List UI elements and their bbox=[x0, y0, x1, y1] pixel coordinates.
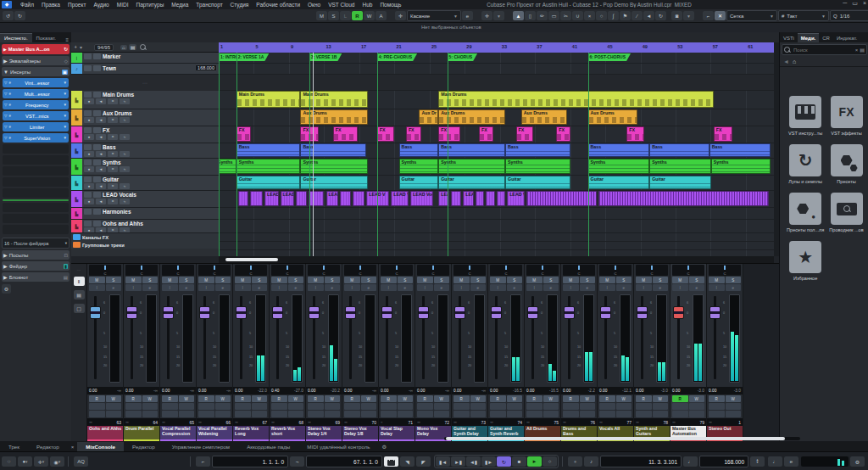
record-enable-icon[interactable]: ● bbox=[84, 151, 94, 157]
eq-state-button[interactable] bbox=[288, 403, 304, 410]
clip-lane[interactable]: BassBassBassBassBassBassBassBass bbox=[219, 143, 774, 159]
mute-button[interactable]: M bbox=[636, 277, 652, 283]
audio-clip[interactable]: FX bbox=[714, 126, 732, 142]
peak-value[interactable]: -∞ bbox=[226, 389, 231, 393]
audio-clip[interactable] bbox=[353, 191, 365, 206]
send-state-button[interactable] bbox=[636, 411, 652, 417]
audio-clip[interactable]: Bass bbox=[588, 143, 650, 157]
divider-lane[interactable] bbox=[219, 75, 774, 91]
peak-value[interactable]: -22.0 bbox=[258, 389, 267, 393]
eq-state-button[interactable] bbox=[507, 403, 523, 410]
fader-cap[interactable] bbox=[199, 306, 210, 319]
read-automation-button[interactable]: R bbox=[709, 395, 725, 402]
insert-state-button[interactable] bbox=[308, 403, 324, 410]
track-row[interactable]: ▙Oohs and Ahhs●◄=≈ bbox=[71, 220, 219, 233]
fader-cap[interactable] bbox=[126, 306, 137, 319]
mixer-hscrollbar[interactable] bbox=[444, 437, 800, 440]
record-enable-icon[interactable]: ● bbox=[84, 98, 94, 104]
insert-state-button[interactable] bbox=[417, 403, 433, 410]
send-state-button[interactable] bbox=[198, 411, 214, 417]
cue-state-button[interactable] bbox=[215, 411, 231, 417]
send-state-button[interactable] bbox=[709, 411, 725, 417]
fader-db-value[interactable]: 0.40 bbox=[271, 389, 279, 393]
clip-lane[interactable]: FXFXFXFXFXFXFXFXFXFXFX bbox=[219, 126, 774, 143]
read-automation-button[interactable]: R bbox=[381, 395, 397, 402]
freeze-icon[interactable]: ≈ bbox=[120, 151, 130, 157]
track-list-divider[interactable]: ⋯ bbox=[71, 75, 219, 91]
fader-cap[interactable] bbox=[381, 306, 392, 319]
audio-clip[interactable]: Bass bbox=[236, 143, 301, 157]
arrangement-area[interactable]: 1: INTRO2: VERSE 1A3: VERSE 1B4: PRE-CHO… bbox=[219, 53, 774, 256]
mute-button[interactable] bbox=[84, 221, 92, 227]
audio-clip[interactable]: FX bbox=[377, 126, 395, 142]
send-state-button[interactable] bbox=[162, 411, 178, 417]
channel-name[interactable]: Reverb Vox short bbox=[270, 426, 305, 442]
inspector-track-button[interactable]: ▶ Master Bus A...on ↻ bbox=[2, 44, 70, 54]
bypass-icon[interactable]: ▽ bbox=[4, 103, 7, 107]
mute-tool[interactable]: × bbox=[584, 11, 595, 20]
peak-value[interactable]: -3.0 bbox=[698, 389, 704, 393]
write-automation-button[interactable]: W bbox=[507, 395, 523, 402]
audio-clip[interactable]: Bass bbox=[438, 143, 505, 157]
mute-button[interactable]: M bbox=[89, 277, 105, 283]
fader-cap[interactable] bbox=[309, 306, 320, 319]
fader-db-value[interactable]: 0.00 bbox=[198, 389, 206, 393]
monitor-icon[interactable]: ◄ bbox=[96, 199, 106, 204]
pan-control[interactable]: C bbox=[271, 265, 303, 276]
record-enable-icon[interactable]: ● bbox=[84, 227, 94, 232]
menu-item[interactable]: Студия bbox=[227, 0, 253, 9]
fader-db-value[interactable]: 0.00 bbox=[125, 389, 133, 393]
audio-clip[interactable]: Synths bbox=[588, 159, 650, 174]
channel-strip[interactable]: CMSle6051015200.00-22.0RW○○67Reverb Vox … bbox=[233, 264, 270, 442]
insert-slot[interactable]: ▽eMult...essor▼ bbox=[3, 89, 69, 98]
track-row[interactable]: ▙Synths●◄=≈ bbox=[71, 159, 219, 176]
pan-control[interactable]: C bbox=[490, 265, 522, 276]
insert-state-button[interactable] bbox=[526, 403, 542, 410]
lane-icon[interactable]: = bbox=[108, 117, 118, 123]
section-inserts[interactable]: ▼ Инсерты ▣ bbox=[2, 67, 70, 76]
track-view-icon[interactable]: ▤ bbox=[129, 44, 137, 50]
fader-cap[interactable] bbox=[345, 306, 356, 319]
menu-item[interactable]: Проект bbox=[64, 0, 89, 9]
eq-state-button[interactable] bbox=[398, 403, 414, 410]
track-row[interactable]: ▙Harmonies bbox=[71, 208, 219, 220]
track-button[interactable] bbox=[84, 53, 92, 59]
pan-control[interactable]: C bbox=[672, 265, 704, 276]
listen-button[interactable]: l bbox=[417, 284, 433, 291]
track-button[interactable] bbox=[84, 65, 92, 71]
tab-visibility[interactable]: Показат. bbox=[32, 34, 60, 42]
section-notepad[interactable]: ▶ Блокнот ▤ bbox=[2, 272, 70, 282]
media-search-box[interactable]: × ▤ bbox=[782, 44, 867, 55]
channel-strip[interactable]: CMSle6051015200.00-∞RW○○65Vocal Parallel… bbox=[160, 264, 197, 442]
audio-clip[interactable]: Main Drums bbox=[438, 91, 714, 108]
channel-name[interactable]: Drum Parallel bbox=[124, 426, 159, 442]
audio-clip[interactable] bbox=[238, 191, 248, 206]
freeze-icon[interactable]: ≈ bbox=[120, 98, 130, 104]
search-input[interactable] bbox=[792, 47, 854, 53]
channel-name[interactable]: Vocal Parallel Compression bbox=[160, 426, 196, 442]
peak-value[interactable]: -12.1 bbox=[622, 389, 632, 393]
mute-button[interactable]: M bbox=[271, 277, 287, 283]
listen-button[interactable]: l bbox=[599, 284, 615, 291]
fader-db-value[interactable]: 0.00 bbox=[344, 389, 352, 393]
solo-button[interactable] bbox=[93, 110, 101, 116]
send-state-button[interactable] bbox=[563, 411, 579, 417]
inspector-menu-icon[interactable]: ≡ bbox=[63, 37, 71, 42]
channel-strip[interactable]: CMSle6051015200.00-3.0RW○○1Stereo Out bbox=[707, 264, 743, 442]
back-icon[interactable]: ◄ bbox=[783, 59, 789, 64]
solo-button[interactable] bbox=[93, 192, 101, 198]
fader-db-value[interactable]: 0.00 bbox=[672, 389, 680, 393]
click-pattern-icon[interactable]: ◉▾ bbox=[50, 456, 64, 467]
lane-icon[interactable]: = bbox=[108, 98, 118, 104]
insert-state-button[interactable] bbox=[344, 403, 360, 410]
audio-clip[interactable] bbox=[476, 191, 484, 206]
cue-state-button[interactable] bbox=[580, 411, 596, 417]
cue-state-button[interactable] bbox=[325, 411, 341, 417]
cue-state-button[interactable] bbox=[689, 411, 705, 417]
listen-button[interactable]: l bbox=[636, 284, 652, 291]
channel-strip[interactable]: CMSle6051015200.00-16.5RW○○75All Drums bbox=[525, 264, 561, 442]
peak-value[interactable]: -∞ bbox=[481, 389, 486, 393]
record-enable-icon[interactable]: ● bbox=[84, 134, 94, 140]
insert-slot[interactable]: ▽eVST...mics▼ bbox=[3, 111, 69, 120]
write-automation-button[interactable]: W bbox=[398, 395, 414, 402]
